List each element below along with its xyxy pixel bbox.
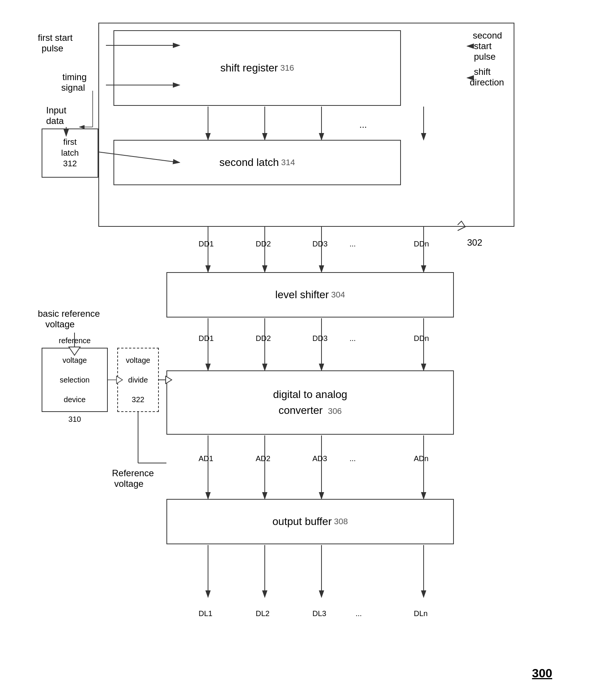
dl2-label: DL2 xyxy=(256,609,270,618)
rvs-line2: voltage xyxy=(62,355,87,365)
dac-label-line1: digital to analog xyxy=(273,387,347,403)
diagram-container: shift register 316 second latch 314 firs… xyxy=(30,15,575,688)
second-latch-ref: 314 xyxy=(281,158,295,167)
vd-line1: voltage xyxy=(126,355,151,365)
level-shifter-block: level shifter 304 xyxy=(166,272,454,317)
ddn-label-mid: DDn xyxy=(414,334,429,342)
reference-voltage-label1: Reference xyxy=(112,468,154,478)
input-data-label: Input xyxy=(46,105,67,115)
dac-block: digital to analog converter 306 xyxy=(166,370,454,435)
dd3-label-mid: DD3 xyxy=(312,334,328,342)
first-latch-line3: 312 xyxy=(63,158,77,169)
input-data-label2: data xyxy=(46,116,64,126)
ad1-label: AD1 xyxy=(199,454,213,463)
ad3-label: AD3 xyxy=(312,454,327,463)
first-latch-line1: first xyxy=(63,137,76,148)
rvs-line4: device xyxy=(64,395,86,404)
first-start-pulse-label2: pulse xyxy=(42,43,63,53)
adn-label: ADn xyxy=(414,454,429,463)
dd1-label-top: DD1 xyxy=(199,240,214,248)
dd3-label-top: DD3 xyxy=(312,240,328,248)
ref-302-label: 302 xyxy=(467,237,482,248)
dln-label: DLn xyxy=(414,609,428,618)
shift-register-block: shift register 316 xyxy=(113,30,401,106)
second-latch-block: second latch 314 xyxy=(113,140,401,185)
level-shifter-ref: 304 xyxy=(331,290,345,300)
first-start-pulse-label: first start xyxy=(38,33,73,43)
rvs-ref: 310 xyxy=(68,414,81,424)
dl1-label: DL1 xyxy=(199,609,213,618)
ellipsis-dd-top: ... xyxy=(349,240,356,248)
first-latch-block: first latch 312 xyxy=(42,129,98,178)
basic-ref-voltage-label1: basic reference xyxy=(38,308,100,319)
first-latch-line2: latch xyxy=(61,148,79,159)
reference-voltage-label2: voltage xyxy=(114,479,143,489)
voltage-divide-block: voltage divide 322 xyxy=(117,348,159,412)
vd-ref: 322 xyxy=(132,395,144,404)
dl3-label: DL3 xyxy=(312,609,326,618)
second-latch-label: second latch xyxy=(219,156,279,169)
dd2-label-top: DD2 xyxy=(256,240,271,248)
shift-register-ref: 316 xyxy=(280,63,294,73)
timing-signal-label2: signal xyxy=(61,82,85,93)
timing-signal-label: timing xyxy=(62,72,87,82)
ref-voltage-selection-block: reference voltage selection device 310 xyxy=(42,348,108,412)
output-buffer-label: output buffer xyxy=(272,516,332,528)
rvs-line1: reference xyxy=(59,336,91,345)
dd2-label-mid: DD2 xyxy=(256,334,271,342)
figure-number: 300 xyxy=(532,666,552,680)
output-buffer-ref: 308 xyxy=(334,517,348,527)
dd1-label-mid: DD1 xyxy=(199,334,214,342)
basic-ref-voltage-label2: voltage xyxy=(45,319,75,329)
rvs-line3: selection xyxy=(60,375,90,385)
ellipsis-dd-mid: ... xyxy=(349,334,356,342)
shift-register-label: shift register xyxy=(220,62,278,74)
output-buffer-block: output buffer 308 xyxy=(166,499,454,544)
level-shifter-label: level shifter xyxy=(275,289,329,301)
ad2-label: AD2 xyxy=(256,454,270,463)
vd-line2: divide xyxy=(128,375,148,385)
ellipsis-ad: ... xyxy=(349,454,356,463)
ellipsis-dl: ... xyxy=(356,609,362,618)
dac-label-line2: converter xyxy=(278,404,323,416)
dac-ref: 306 xyxy=(328,406,342,416)
ddn-label-top: DDn xyxy=(414,240,429,248)
